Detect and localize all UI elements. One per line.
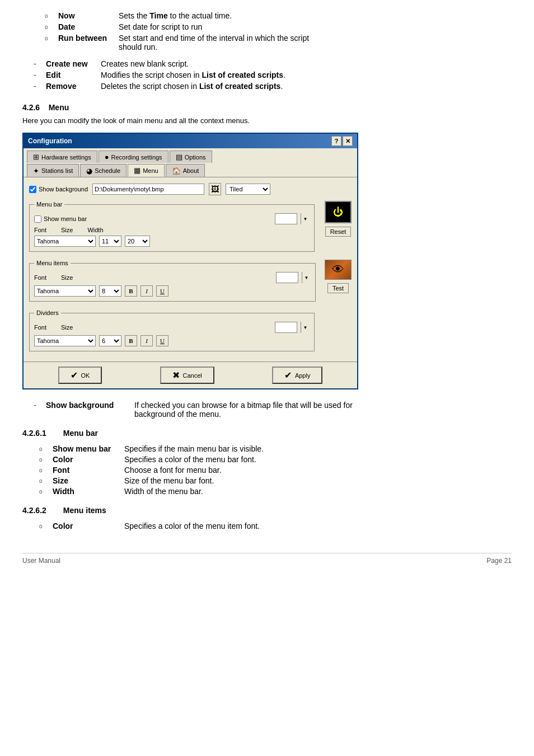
cancel-button[interactable]: ✖ Cancel: [160, 367, 214, 384]
recording-icon: ●: [105, 153, 109, 161]
tab-recording[interactable]: ● Recording settings: [99, 151, 168, 163]
size-label: Size: [61, 274, 73, 281]
font-label: Font: [34, 324, 46, 331]
list-item: o Run between Set start and end time of …: [22, 34, 512, 51]
list-item: o Color Specifies a color of the menu ba…: [39, 455, 512, 464]
italic-button[interactable]: I: [140, 285, 153, 297]
config-dialog: Configuration ? ✕ ⊞ Hardware settings ● …: [22, 133, 358, 389]
font-select-row: Tahoma 11 20: [34, 236, 310, 247]
underline-button[interactable]: U: [156, 285, 168, 297]
item-desc: Modifies the script chosen in List of cr…: [101, 71, 512, 79]
hardware-icon: ⊞: [33, 153, 39, 161]
section-4262-header: 4.2.6.2 Menu items: [22, 506, 512, 518]
footer-left: User Manual: [22, 557, 60, 565]
tab-schedule[interactable]: ◕ Schedule: [80, 164, 127, 177]
dividers-spacer: [319, 309, 352, 356]
dividers-select-row: Tahoma 6 B I U: [34, 335, 310, 346]
menu-bar-width-select[interactable]: 20: [125, 236, 150, 247]
tab-options[interactable]: ▤ Options: [170, 151, 212, 163]
dialog-titlebar: Configuration ? ✕: [24, 134, 357, 148]
list-item: - Show background If checked you can bro…: [34, 401, 512, 419]
bold-button[interactable]: B: [125, 285, 137, 297]
section-4262-items: o Color Specifies a color of the menu it…: [39, 522, 512, 530]
browse-button[interactable]: 🖼: [209, 183, 221, 195]
tab-stations-label: Stations list: [41, 167, 73, 174]
tab-hardware[interactable]: ⊞ Hardware settings: [27, 151, 97, 163]
bullet-marker: o: [45, 22, 58, 30]
test-button[interactable]: Test: [327, 283, 349, 293]
section-4262-title: Menu items: [63, 506, 106, 515]
color-dropdown-arrow[interactable]: ▼: [301, 322, 310, 333]
italic-button[interactable]: I: [140, 335, 153, 346]
bullet-marker: o: [45, 11, 58, 19]
section-4261-items: o Show menu bar Specifies if the main me…: [39, 444, 512, 496]
bullet-list-schedule: o Now Sets the Time to the actual time. …: [22, 11, 512, 51]
list-item: o Size Size of the menu bar font.: [39, 476, 512, 485]
dividers-font-select[interactable]: Tahoma: [34, 335, 96, 346]
item-desc: If checked you can browse for a bitmap f…: [134, 401, 512, 419]
show-menu-bar-checkbox[interactable]: [34, 215, 41, 223]
dialog-title: Configuration: [28, 137, 72, 145]
titlebar-buttons: ? ✕: [331, 136, 353, 146]
tab-recording-label: Recording settings: [111, 154, 162, 161]
apply-button[interactable]: ✔ Apply: [272, 367, 323, 384]
section-number-title: 4.2.6 Menu: [22, 103, 512, 112]
background-path-input[interactable]: [92, 184, 204, 195]
list-item: - Edit Modifies the script chosen in Lis…: [34, 71, 512, 79]
color-dropdown-arrow[interactable]: ▼: [302, 272, 311, 283]
reset-button[interactable]: Reset: [325, 227, 352, 237]
underline-button[interactable]: U: [156, 335, 168, 346]
tab-about[interactable]: 🏠 About: [166, 164, 205, 177]
color-dropdown-arrow[interactable]: ▼: [301, 213, 310, 224]
tab-stations[interactable]: ✦ Stations list: [27, 164, 79, 177]
dash-marker: -: [34, 401, 41, 419]
menu-items-font-select[interactable]: Tahoma: [34, 285, 96, 297]
tiled-select[interactable]: Tiled Stretched Centered: [226, 184, 270, 195]
page-footer: User Manual Page 21: [22, 553, 512, 565]
show-background-checkbox-label[interactable]: Show background: [29, 186, 88, 193]
cancel-label: Cancel: [183, 372, 202, 379]
list-item: o Date Set date for script to run: [22, 22, 512, 31]
font-label: Font: [34, 227, 46, 233]
item-desc: Sets the Time to the actual time.: [119, 11, 512, 20]
dividers-size-select[interactable]: 6: [99, 335, 121, 346]
dividers-legend: Dividers: [34, 309, 61, 316]
item-label: Run between: [58, 34, 114, 43]
show-background-checkbox[interactable]: [29, 186, 36, 193]
menu-bar-font-select[interactable]: Tahoma: [34, 236, 96, 247]
list-item: o Now Sets the Time to the actual time.: [22, 11, 512, 20]
menu-items-section: Menu items Font Size ▼ Tahoma 8 B I: [29, 260, 352, 306]
reset-area: ⏻ Reset: [325, 201, 352, 256]
menu-bar-fieldset: Menu bar Show menu bar ▼ Font Size Width: [29, 201, 315, 252]
item-label: Show background: [46, 401, 130, 419]
bullet-marker: o: [39, 455, 53, 463]
bold-button[interactable]: B: [125, 335, 137, 346]
tab-menu[interactable]: ▦ Menu: [128, 164, 165, 177]
section-4262: 4.2.6.2 Menu items o Color Specifies a c…: [22, 506, 512, 530]
close-button[interactable]: ✕: [343, 136, 353, 146]
apply-label: Apply: [295, 372, 311, 379]
ok-button[interactable]: ✔ OK: [58, 367, 102, 384]
menu-bar-size-select[interactable]: 11: [99, 236, 121, 247]
bullet-marker: o: [45, 34, 58, 41]
dividers-fieldset: Dividers Font Size ▼ Tahoma 6 B I: [29, 309, 315, 351]
section-4261-number: 4.2.6.1: [22, 429, 46, 438]
dialog-tabs-row2: ✦ Stations list ◕ Schedule ▦ Menu 🏠 Abou…: [24, 163, 357, 177]
item-desc: Set start and end time of the interval i…: [119, 34, 512, 51]
footer-right: Page 21: [486, 557, 512, 565]
menu-items-legend: Menu items: [34, 260, 71, 266]
dash-list-script: - Create new Creates new blank script. -…: [34, 59, 512, 91]
list-item: - Remove Deletes the script chosen in Li…: [34, 82, 512, 91]
menu-bar-section: Menu bar Show menu bar ▼ Font Size Width: [29, 201, 352, 256]
help-button[interactable]: ?: [331, 136, 341, 146]
tab-about-label: About: [183, 167, 199, 174]
menu-items-color-box: [276, 272, 298, 283]
menu-items-size-select[interactable]: 8: [99, 285, 121, 297]
item-desc: Specifies if the main menu bar is visibl…: [124, 444, 264, 453]
font-size-row: Font Size Width: [34, 227, 310, 233]
show-background-note: - Show background If checked you can bro…: [34, 401, 512, 419]
show-background-label: Show background: [39, 186, 88, 192]
bullet-marker: o: [39, 487, 53, 495]
show-menu-bar-label[interactable]: Show menu bar: [34, 215, 87, 223]
item-label: Create new: [46, 59, 96, 68]
